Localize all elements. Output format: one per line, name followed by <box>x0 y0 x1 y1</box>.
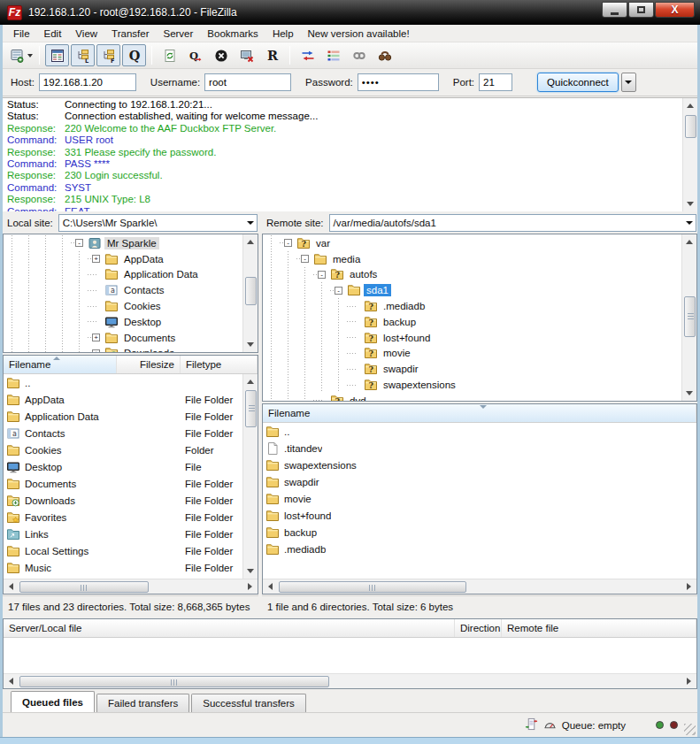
remote-tree-scrollbar[interactable] <box>681 234 696 401</box>
tree-node-swapdir[interactable]: ?swapdir <box>263 361 681 377</box>
resize-grip[interactable] <box>684 724 696 735</box>
tree-node-cookies[interactable]: Cookies <box>4 298 242 314</box>
reconnect-button[interactable]: R <box>260 44 284 66</box>
menu-new-version-available[interactable]: New version available! <box>301 25 417 42</box>
tree-node-application-data[interactable]: Application Data <box>4 267 242 283</box>
tree-node-swapextensions[interactable]: ?swapextensions <box>263 377 681 393</box>
password-input[interactable] <box>358 73 439 91</box>
remote-list-hscrollbar[interactable] <box>263 579 696 594</box>
list-item-mediadb[interactable]: .mediadb <box>263 541 696 557</box>
list-item-titandev[interactable]: .titandev <box>263 440 696 456</box>
list-item-swapextensions[interactable]: swapextensions <box>263 456 696 473</box>
tree-expander[interactable]: - <box>330 282 347 298</box>
list-item-application-data[interactable]: Application DataFile Folder <box>4 408 242 425</box>
cancel-button[interactable] <box>209 44 233 66</box>
local-tree-scrollbar[interactable] <box>242 234 258 352</box>
username-input[interactable] <box>204 73 291 91</box>
minimize-button[interactable] <box>602 2 627 18</box>
refresh-button[interactable] <box>158 44 181 66</box>
tree-expander[interactable]: - <box>280 235 296 251</box>
menu-help[interactable]: Help <box>265 25 301 42</box>
list-item-backup[interactable]: backup <box>263 524 696 541</box>
toggle-message-log-button[interactable] <box>45 44 69 66</box>
host-input[interactable] <box>39 73 136 91</box>
column-header-remote-file[interactable]: Remote file <box>502 619 696 637</box>
tree-node-mediadb[interactable]: ?.mediadb <box>263 298 681 314</box>
tree-node-media[interactable]: -media <box>263 251 681 267</box>
tree-indent-guide <box>71 282 88 298</box>
remote-site-combo[interactable]: /var/media/autofs/sda1 <box>329 214 696 232</box>
tree-node-documents[interactable]: +Documents <box>4 330 242 346</box>
directory-comparison-button[interactable] <box>296 44 319 66</box>
column-header-filename[interactable]: Filename <box>263 404 696 422</box>
list-item-appdata[interactable]: AppDataFile Folder <box>4 391 242 408</box>
list-item-links[interactable]: LinksFile Folder <box>4 525 242 542</box>
filename-filters-button[interactable] <box>321 44 345 66</box>
tree-node-sda1[interactable]: -sda1 <box>263 282 681 298</box>
menu-transfer[interactable]: Transfer <box>104 25 156 42</box>
tab-successful-transfers[interactable]: Successful transfers <box>191 694 306 712</box>
toggle-local-tree-button[interactable]: L <box>71 44 95 66</box>
tree-node-dvd[interactable]: ?dvd <box>263 393 681 401</box>
tree-expander[interactable]: - <box>71 235 88 251</box>
tree-expander[interactable]: + <box>88 346 104 352</box>
list-item-cookies[interactable]: CookiesFolder <box>4 441 242 458</box>
list-item-swapdir[interactable]: swapdir <box>263 473 696 490</box>
tree-node-appdata[interactable]: +AppData <box>4 251 242 267</box>
list-item-movie[interactable]: movie <box>263 490 696 507</box>
tree-node-backup[interactable]: ?backup <box>263 314 681 330</box>
message-log-scrollbar[interactable] <box>682 98 697 211</box>
list-item-music[interactable]: MusicFile Folder <box>4 559 242 576</box>
list-item-[interactable]: .. <box>263 423 696 440</box>
local-site-combo[interactable]: C:\Users\Mr Sparkle\ <box>58 214 258 232</box>
tree-expander[interactable]: + <box>88 251 104 267</box>
tree-node-mr-sparkle[interactable]: -Mr Sparkle <box>4 235 242 251</box>
list-item-favorites[interactable]: FavoritesFile Folder <box>4 509 242 525</box>
tree-node-lost-found[interactable]: ?lost+found <box>263 330 681 346</box>
synchronized-browsing-button[interactable] <box>347 44 371 66</box>
tree-node-autofs[interactable]: -?autofs <box>263 267 681 283</box>
close-button[interactable]: X <box>655 2 695 18</box>
list-item-[interactable]: .. <box>4 374 242 391</box>
toggle-remote-tree-button[interactable]: F <box>96 44 120 66</box>
tree-node-movie[interactable]: ?movie <box>263 346 681 362</box>
tab-failed-transfers[interactable]: Failed transfers <box>96 694 189 712</box>
quickconnect-button[interactable]: Quickconnect <box>537 73 619 92</box>
tree-expander[interactable]: + <box>88 330 104 346</box>
toggle-queue-button[interactable]: Q <box>122 44 146 66</box>
column-header-filetype[interactable]: Filetype <box>181 356 258 373</box>
tab-queued-files[interactable]: Queued files <box>11 691 95 712</box>
tree-expander[interactable]: - <box>313 267 330 283</box>
local-list-vscrollbar[interactable] <box>242 374 258 579</box>
column-header-filename[interactable]: Filename <box>4 356 117 373</box>
maximize-button[interactable] <box>628 2 654 18</box>
list-item-lost-found[interactable]: lost+found <box>263 507 696 524</box>
column-header-filesize[interactable]: Filesize <box>117 356 181 373</box>
menu-file[interactable]: File <box>6 25 37 42</box>
list-item-downloads[interactable]: DownloadsFile Folder <box>4 492 242 509</box>
menu-server[interactable]: Server <box>156 25 200 42</box>
list-item-desktop[interactable]: DesktopFile <box>4 458 242 475</box>
list-item-local-settings[interactable]: Local SettingsFile Folder <box>4 542 242 559</box>
list-item-documents[interactable]: DocumentsFile Folder <box>4 475 242 492</box>
tree-node-contacts[interactable]: aContacts <box>4 282 242 298</box>
queue-hscrollbar[interactable] <box>4 673 696 688</box>
list-item-contacts[interactable]: aContactsFile Folder <box>4 425 242 441</box>
title-bar[interactable]: Fz 192.168.1.20 - root@192.168.1.20 - Fi… <box>0 0 700 25</box>
disconnect-button[interactable] <box>235 44 258 66</box>
port-input[interactable] <box>479 73 512 91</box>
column-header-direction[interactable]: Direction <box>455 619 502 637</box>
menu-bookmarks[interactable]: Bookmarks <box>200 25 265 42</box>
tree-node-var[interactable]: -?var <box>263 235 681 251</box>
column-header-server-local-file[interactable]: Server/Local file <box>4 619 455 637</box>
find-files-button[interactable] <box>373 44 396 66</box>
tree-expander[interactable]: - <box>296 251 313 267</box>
quickconnect-dropdown-button[interactable] <box>621 73 636 92</box>
tree-node-desktop[interactable]: Desktop <box>4 314 242 330</box>
menu-view[interactable]: View <box>68 25 104 42</box>
site-manager-button[interactable] <box>9 44 34 66</box>
local-list-hscrollbar[interactable] <box>4 579 258 594</box>
tree-node-downloads[interactable]: +Downloads <box>4 346 242 352</box>
menu-edit[interactable]: Edit <box>37 25 69 42</box>
process-queue-button[interactable]: Q <box>183 44 207 66</box>
